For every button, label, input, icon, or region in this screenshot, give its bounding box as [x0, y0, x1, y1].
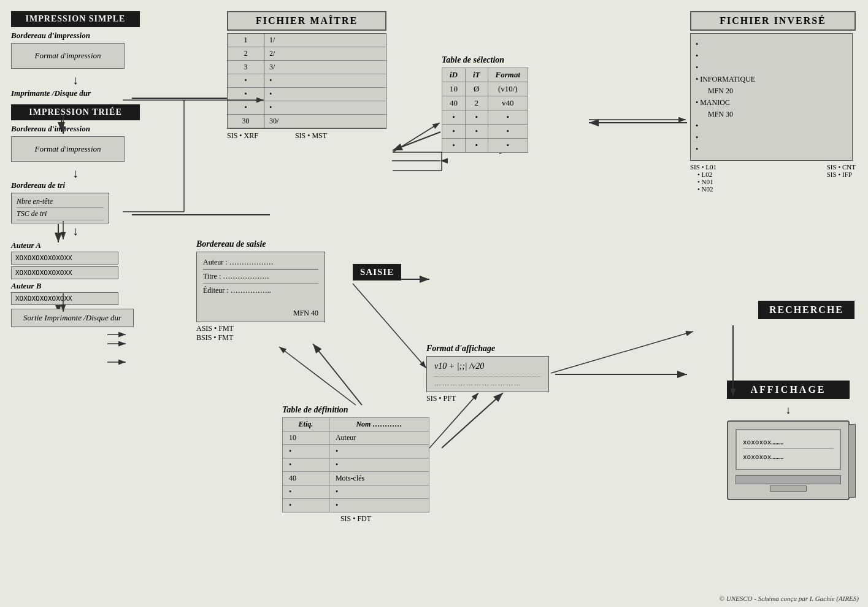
monitor-body: xoxoxox……… xoxoxox……… [727, 420, 850, 500]
sel-format-5: • [488, 139, 528, 153]
table-def-label: Table de définition [282, 405, 429, 415]
recherche-black-box: RECHERCHE [758, 301, 855, 319]
inv-item-5: • MANIOC [696, 97, 847, 109]
sel-format-1: (v10/) [488, 82, 528, 96]
xo-text-3: XOXOXOXOXOXOXX [15, 295, 72, 303]
table-selection: Table de sélection iD iT Format 10 Ø (v1… [442, 55, 528, 153]
saisie-title: SAISIE [353, 264, 401, 280]
fichier-maitre-section: FICHIER MAÎTRE 1 2 3 • • • 30 1/ 2/ 3/ •… [227, 11, 386, 141]
def-etiq-3: • [283, 458, 329, 472]
sel-it-5: • [466, 139, 488, 153]
impression-triee-title: IMPRESSION TRIÉE [11, 104, 140, 120]
xrf-col: 1 2 3 • • • 30 [227, 33, 264, 129]
inv-item-mfn20: MFN 20 [696, 85, 847, 97]
arrow-down-simple: ↓ [11, 74, 140, 86]
impression-triee-label: IMPRESSION TRIÉE [29, 107, 122, 117]
xo-text-2: XOXOXOXOXOXOXX [15, 269, 72, 277]
xrf-row-6: • [228, 101, 264, 115]
bordereau-impression-triee-label: Bordereau d'impression [11, 124, 140, 134]
sortie-box: Sortie Imprimante /Disque dur [11, 309, 134, 327]
svg-line-37 [279, 347, 356, 405]
xo-text-1: XOXOXOXOXOXOXX [15, 254, 72, 262]
mst-row-3: 3/ [264, 61, 386, 74]
impression-simple-label: IMPRESSION SIMPLE [26, 14, 126, 23]
tsc-de-tri: TSC de tri [17, 209, 47, 218]
mst-row-4: • [264, 74, 386, 88]
inv-item-mfn30: MFN 30 [696, 109, 847, 120]
def-nom-6: • [329, 499, 429, 512]
format-impression-triee-text: Format d'impression [34, 144, 101, 153]
mst-row-6: • [264, 101, 386, 115]
monitor-container: xoxoxox……… xoxoxox……… [727, 420, 850, 500]
saisie-titre: Titre : ………………. [203, 269, 318, 283]
nbre-tsc-box: Nbre en-tête TSC de tri [11, 193, 109, 223]
pft-value: v10 + |;;| /v20 [434, 361, 541, 371]
saisie-titre-text: Titre : ………………. [203, 272, 269, 280]
def-nom-5: • [329, 485, 429, 499]
svg-line-36 [551, 331, 693, 373]
sel-it-4: • [466, 125, 488, 139]
mst-col: 1/ 2/ 3/ • • • 30/ [264, 33, 386, 129]
mst-label: SIS • MST [295, 131, 327, 141]
xo-box-3: XOXOXOXOXOXOXX [11, 292, 118, 305]
svg-line-15 [313, 344, 362, 405]
left-column: IMPRESSION SIMPLE Bordereau d'impression… [11, 11, 140, 327]
main-diagram: { IMPRESSION SIMPLE Bordereau d'impressi… [0, 0, 868, 607]
sel-row-2: 40 2 v40 [442, 96, 528, 110]
tsc-item: TSC de tri [17, 208, 104, 220]
xrf-row-2: 2 [228, 47, 264, 61]
sel-format-3: • [488, 110, 528, 125]
svg-line-34 [353, 284, 426, 368]
table-selection-label: Table de sélection [442, 55, 528, 65]
def-row-1: 10 Auteur [283, 431, 429, 445]
sel-it-2: 2 [466, 96, 488, 110]
def-row-5: • • [283, 485, 429, 499]
format-impression-triee-box: Format d'impression [11, 136, 125, 162]
affichage-section: AFFICHAGE ↓ xoxoxox……… xoxoxox……… [727, 381, 850, 500]
monitor-base [735, 475, 841, 484]
inv-item-8: • [696, 144, 847, 155]
fichier-inverse-section: FICHIER INVERSÉ • • • • INFORMATIQUE MFN… [690, 11, 856, 193]
bordereau-impression-simple-label: Bordereau d'impression [11, 31, 140, 41]
monitor-screen: xoxoxox……… xoxoxox……… [735, 429, 841, 470]
sel-id-4: • [442, 125, 466, 139]
auteur-section: Auteur A XOXOXOXOXOXOXX XOXOXOXOXOXOXX A… [11, 241, 140, 305]
format-affichage-label: Format d'affichage [426, 344, 549, 354]
xrf-row-4: • [228, 74, 264, 88]
mst-row-1: 1/ [264, 34, 386, 47]
def-header-etiq: Etiq. [283, 418, 329, 431]
sel-row-5: • • • [442, 139, 528, 153]
pft-dots: …………………………… [434, 376, 541, 387]
xo-box-2: XOXOXOXOXOXOXX [11, 266, 118, 279]
sel-row-3: • • • [442, 110, 528, 125]
sortie-label: Sortie Imprimante /Disque dur [23, 313, 121, 322]
inv-item-3: • [696, 62, 847, 74]
xrf-mst-container: 1 2 3 • • • 30 1/ 2/ 3/ • • • 30/ [227, 33, 386, 129]
xrf-row-5: • [228, 88, 264, 101]
xo-box-1: XOXOXOXOXOXOXX [11, 252, 118, 265]
def-row-6: • • [283, 499, 429, 512]
arrow-down-tri: ↓ [11, 225, 140, 237]
def-nom-4: Mots-clés [329, 472, 429, 485]
saisie-box: Auteur : ……………… Titre : ………………. Éditeur … [196, 252, 325, 322]
monitor-side [848, 424, 856, 498]
sel-id-2: 40 [442, 96, 466, 110]
saisie-editeur-text: Éditeur : …………….. [203, 286, 271, 295]
inverse-labels-left: SIS • L01 • L02 • N01 • N02 [690, 163, 716, 193]
inverse-box: • • • • INFORMATIQUE MFN 20 • MANIOC MFN… [690, 33, 853, 161]
xrf-row-1: 1 [228, 34, 264, 47]
def-nom-2: • [329, 445, 429, 458]
copyright: © UNESCO - Schéma conçu par I. Gachie (A… [720, 595, 859, 602]
saisie-editeur: Éditeur : …………….. [203, 283, 318, 307]
bordereau-tri-label: Bordereau de tri [11, 180, 140, 190]
sel-header-id: iD [442, 68, 466, 82]
sel-format-2: v40 [488, 96, 528, 110]
def-etiq-6: • [283, 499, 329, 512]
inv-item-6: • [696, 120, 847, 132]
saisie-auteur: Auteur : ……………… [203, 256, 318, 269]
sel-id-1: 10 [442, 82, 466, 96]
auteur-b-label: Auteur B [11, 281, 140, 291]
xrf-label: SIS • XRF [227, 131, 258, 141]
xrf-row-7: 30 [228, 115, 264, 128]
def-nom-1: Auteur [329, 431, 429, 445]
